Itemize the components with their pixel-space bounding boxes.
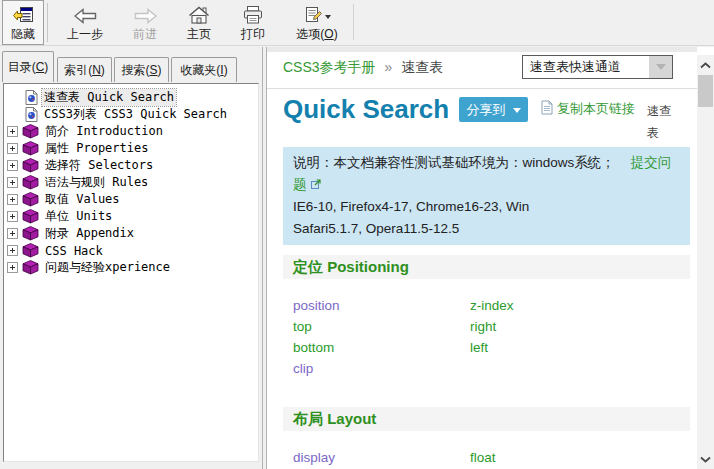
property-link[interactable]: display [293,447,470,468]
scroll-down-button[interactable] [697,451,714,467]
hide-label: 隐藏 [11,26,35,43]
title-row: Quick Search 分享到 复制 [283,94,690,130]
sidebar: 目录(C)索引(N)搜索(S)收藏夹(I) 速查表 Quick SearchCS… [0,47,262,469]
print-label: 打印 [241,26,265,43]
tree-item-1[interactable]: CSS3列表 CSS3 Quick Search [4,106,258,123]
compatibility-note: 说明：本文档兼容性测试基础环境为：windows系统；提交问题 IE6-10, … [283,147,690,245]
breadcrumb-root-link[interactable]: CSS3参考手册 [283,59,376,75]
tree-item-label: 简介 Introduction [43,123,165,140]
expand-plus-icon[interactable] [7,143,18,154]
tree-item-label: 问题与经验xperience [43,259,172,276]
tree-item-0[interactable]: 速查表 Quick Search [4,89,258,106]
tab-3[interactable]: 收藏夹(I) [171,57,237,82]
book-icon [22,260,39,275]
book-icon [22,141,39,156]
property-link-grid: positionz-indextoprightbottomleftclip [283,295,690,379]
property-link[interactable]: top [293,316,470,337]
scrollbar[interactable] [697,55,714,469]
book-icon [22,175,39,190]
share-button[interactable]: 分享到 [459,97,528,122]
copy-page-link[interactable]: 复制本页链接 [541,100,635,118]
page-content: Quick Search 分享到 复制 [283,94,690,469]
quick-nav-value: 速查表快速通道 [523,58,649,76]
tab-2[interactable]: 搜索(S) [114,57,169,82]
forward-button[interactable]: 前进 [120,0,170,45]
home-icon [188,4,210,24]
toolbar: 隐藏 上一步 前进 [0,0,714,46]
tree-item-label: 属性 Properties [43,140,150,157]
section-heading: 布局 Layout [283,407,690,431]
expand-plus-icon[interactable] [7,262,18,273]
expand-plus-icon[interactable] [7,126,18,137]
content-pane: CSS3参考手册 » 速查表 速查表快速通道 Quick Search 分享到 [267,47,714,469]
book-icon [22,226,39,241]
chevron-down-icon [513,108,521,117]
options-dropdown-caret [325,15,331,22]
scroll-up-button[interactable] [697,57,714,73]
print-button[interactable]: 打印 [230,0,276,45]
tab-1[interactable]: 索引(N) [57,57,112,82]
tree-item-9[interactable]: CSS Hack [4,242,258,259]
tree-item-8[interactable]: 附录 Appendix [4,225,258,242]
property-link-grid: displayfloatclearvisibilityoverflowoverf… [283,447,690,469]
book-icon [22,209,39,224]
tree-item-5[interactable]: 语法与规则 Rules [4,174,258,191]
help-page-icon [25,90,38,105]
toolbar-separator [353,4,354,40]
property-link[interactable]: left [470,337,690,358]
document-icon [541,100,553,118]
share-label: 分享到 [467,101,506,119]
quick-nav-dropdown[interactable]: 速查表快速通道 [522,55,673,79]
external-link-icon [307,177,322,192]
forward-arrow-icon [134,4,157,24]
book-icon [22,192,39,207]
tree-item-6[interactable]: 取值 Values [4,191,258,208]
help-page-icon [25,107,38,122]
side-label: 速查表 [647,100,674,144]
back-button[interactable]: 上一步 [56,0,114,45]
property-link[interactable]: z-index [470,295,690,316]
home-label: 主页 [187,26,211,43]
chevron-down-icon [656,64,666,75]
note-line-3: Safari5.1.7, Opera11.5-12.5 [293,218,680,240]
tree-item-10[interactable]: 问题与经验xperience [4,259,258,276]
pane-top-strip [267,47,697,52]
property-link[interactable]: right [470,316,690,337]
tree-item-7[interactable]: 单位 Units [4,208,258,225]
header-divider [267,88,697,89]
note-line-1: 说明：本文档兼容性测试基础环境为：windows系统；提交问题 [293,152,680,196]
tree-item-3[interactable]: 属性 Properties [4,140,258,157]
scrollbar-thumb[interactable] [698,75,713,107]
hide-button[interactable]: 隐藏 [2,0,44,45]
tree-item-label: CSS3列表 CSS3 Quick Search [42,106,229,123]
options-button[interactable]: 选项(O) [286,0,348,45]
home-button[interactable]: 主页 [176,0,222,45]
note-line-2: IE6-10, Firefox4-17, Chrome16-23, Win [293,196,680,218]
property-link[interactable]: bottom [293,337,470,358]
expand-plus-icon[interactable] [7,228,18,239]
options-label: 选项(O) [296,26,337,43]
tree-item-label: 单位 Units [43,208,114,225]
expand-plus-icon[interactable] [7,194,18,205]
tab-0[interactable]: 目录(C) [2,51,54,82]
property-link[interactable]: float [470,447,690,468]
back-label: 上一步 [67,26,103,43]
dropdown-button[interactable] [649,56,672,78]
tree-item-label: CSS Hack [43,244,105,258]
expand-plus-icon[interactable] [7,211,18,222]
help-window: 隐藏 上一步 前进 [0,0,714,469]
property-link[interactable]: position [293,295,470,316]
expand-plus-icon[interactable] [7,245,18,256]
expand-plus-icon[interactable] [7,160,18,171]
tree-item-2[interactable]: 简介 Introduction [4,123,258,140]
options-icon [303,4,331,24]
property-link[interactable]: clip [293,358,470,379]
copy-link-label: 复制本页链接 [557,100,635,118]
breadcrumb-current: 速查表 [401,59,443,75]
expand-plus-icon[interactable] [7,177,18,188]
tree-item-label: 速查表 Quick Search [42,89,176,106]
book-icon [22,243,39,258]
page-title: Quick Search [283,94,449,124]
tree-item-4[interactable]: 选择符 Selectors [4,157,258,174]
tree-item-label: 语法与规则 Rules [43,174,150,191]
